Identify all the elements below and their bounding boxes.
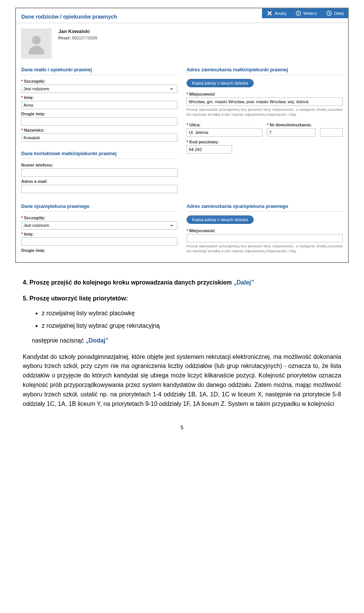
- copy-child-address-father-button[interactable]: Kopiuj adresy z danych dziecka: [187, 215, 254, 224]
- candidate-name: Jan Kowalski: [58, 28, 97, 34]
- mother-street-label: *Ulica:: [187, 123, 262, 127]
- step-4: 4. Proszę przejść do kolejnego kroku wpr…: [23, 278, 341, 288]
- chevron-left-icon: [295, 10, 301, 16]
- step4-keyword: „Dalej”: [234, 279, 254, 286]
- father-details-label: *Szczegóły:: [21, 215, 177, 220]
- father-data-header: Dane ojca/opiekuna prawnego: [21, 201, 177, 212]
- mother-city-hint: Proszę wprowadzić przynajmniej trzy pier…: [187, 107, 343, 117]
- mother-email-input[interactable]: [21, 185, 177, 193]
- next-label: Dalej: [334, 11, 344, 16]
- pesel-value: 96010770509: [72, 36, 97, 40]
- father-city-hint: Proszę wprowadzić przynajmniej trzy pier…: [187, 244, 343, 254]
- chevron-right-icon: [326, 10, 332, 16]
- father-city-label: *Miejscowość: [187, 228, 343, 233]
- mother-city-label: *Miejscowość: [187, 92, 343, 96]
- close-icon: [267, 10, 273, 16]
- cancel-label: Anuluj: [275, 11, 286, 16]
- mother-phone-input[interactable]: [21, 168, 177, 177]
- next-button[interactable]: Dalej: [322, 8, 348, 18]
- pesel-label: Pesel:: [58, 36, 71, 40]
- mother-firstname-label: *Imię:: [21, 95, 177, 100]
- bullet-1: z rozwijalnej listy wybrać placówkę: [42, 309, 341, 318]
- mother-lastname-input[interactable]: [21, 134, 177, 142]
- document-body: 4. Proszę przejść do kolejnego kroku wpr…: [0, 274, 364, 443]
- mother-data-header: Dane matki / opiekunki prawnej: [21, 64, 177, 75]
- svg-point-1: [327, 11, 331, 16]
- step5-title: 5. Proszę utworzyć listę priorytetów:: [23, 294, 341, 303]
- mother-middlename-input[interactable]: [21, 117, 177, 126]
- svg-point-0: [296, 11, 301, 16]
- mother-house-input[interactable]: [267, 128, 315, 137]
- cancel-button[interactable]: Anuluj: [262, 8, 291, 18]
- father-address-header: Adres zamieszkania ojca/opiekuna prawneg…: [187, 201, 343, 212]
- person-icon: [25, 32, 48, 55]
- svg-point-2: [32, 36, 41, 44]
- step5-after: następnie nacisnąć „Dodaj”: [32, 336, 341, 346]
- form-screenshot: Anuluj Wstecz Dalej Dane rodziców / opie…: [15, 8, 349, 263]
- candidate-profile: Jan Kowalski Pesel: 96010770509: [16, 23, 348, 64]
- avatar: [21, 28, 52, 59]
- mother-address-header: Adres zamieszkania matki/opiekunki prawn…: [187, 64, 343, 75]
- mother-details-select[interactable]: Jest rodzicem: [21, 85, 177, 93]
- step4-text: 4. Proszę przejść do kolejnego kroku wpr…: [23, 279, 234, 286]
- father-middlename-label: Drugie imię:: [21, 248, 177, 253]
- step-5: 5. Proszę utworzyć listę priorytetów: z …: [23, 294, 341, 345]
- back-label: Wstecz: [303, 11, 317, 16]
- step5-keyword: „Dodaj”: [85, 337, 108, 344]
- mother-city-input[interactable]: [187, 97, 343, 106]
- back-button[interactable]: Wstecz: [291, 8, 322, 18]
- mother-firstname-input[interactable]: [21, 101, 177, 109]
- mother-lastname-label: *Nazwisko:: [21, 128, 177, 132]
- explanation-paragraph: Kandydat do szkoły ponadgimnazjalnej, kt…: [23, 352, 341, 409]
- mother-postal-input[interactable]: [187, 145, 232, 154]
- mother-contact-header: Dane kontaktowe matki/opiekunki prawnej: [21, 148, 177, 159]
- copy-child-address-mother-button[interactable]: Kopiuj adresy z danych dziecka: [187, 79, 254, 87]
- wizard-action-bar: Anuluj Wstecz Dalej: [262, 8, 348, 18]
- mother-middlename-label: Drugie imię:: [21, 112, 177, 116]
- father-firstname-label: *Imię:: [21, 232, 177, 236]
- page-number: 5: [23, 424, 341, 432]
- mother-email-label: Adres e-mail:: [21, 179, 177, 184]
- bullet-2: z rozwijalnej listy wybrać grupę rekruta…: [42, 321, 341, 331]
- mother-phone-label: Numer telefonu:: [21, 163, 177, 167]
- father-firstname-input[interactable]: [21, 237, 177, 246]
- mother-street-input[interactable]: [187, 128, 262, 137]
- mother-house-label: *Nr domu/mieszkania:: [267, 123, 343, 127]
- father-details-select[interactable]: Jest rodzicem: [21, 221, 177, 229]
- mother-apt-input[interactable]: [320, 128, 343, 137]
- father-city-input[interactable]: [187, 234, 343, 242]
- mother-details-label: *Szczegóły:: [21, 79, 177, 83]
- mother-postal-label: *Kod pocztowy:: [187, 140, 343, 144]
